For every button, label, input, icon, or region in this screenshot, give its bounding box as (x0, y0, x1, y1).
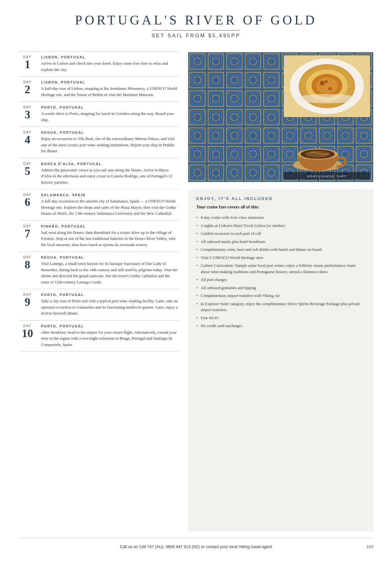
header-divider (152, 30, 240, 30)
day-label: DAY2 (19, 80, 36, 98)
day-content: Lisbon, PortugalArrive in Lisbon and che… (41, 55, 179, 73)
day-location: Porto, Portugal (41, 293, 179, 297)
day-label: DAY6 (19, 193, 36, 217)
day-label: DAY1 (19, 55, 36, 73)
day-number: 1 (19, 59, 36, 70)
image-area: PORTUGUESE TART (188, 51, 373, 183)
day-row: DAY4Régua, PortugalEnjoy an excursion to… (19, 127, 179, 158)
included-item: No credit card surcharges (196, 322, 365, 330)
main-title: Portugal's River of Gold (19, 13, 373, 28)
day-number: 3 (19, 109, 36, 120)
day-content: Pinhão, PortugalSail west along the Dour… (41, 224, 179, 248)
day-number: 5 (19, 165, 36, 177)
day-location: Pinhão, Portugal (41, 224, 179, 228)
included-item: Visit 5 UNESCO World Heritage sites (196, 254, 365, 262)
day-description: Enjoy an excursion to Vila Real, site of… (41, 136, 179, 154)
included-item: Complimentary wine, beer and soft drinks… (196, 245, 365, 254)
day-number: 2 (19, 84, 36, 95)
included-subtitle: Your cruise fare covers all of this: (196, 205, 365, 210)
included-item: All onboard meals plus hotel breakfasts (196, 238, 365, 246)
included-item: 2 nights at Lisbon's Hotel Tivoli Lisboa… (196, 222, 365, 230)
day-row: DAY10Porto, PortugalAfter breakfast, hea… (19, 320, 179, 352)
day-number: 8 (19, 259, 36, 270)
day-location: Lisbon, Portugal (41, 80, 179, 84)
day-description: A scenic drive to Porto, stopping for lu… (41, 110, 179, 123)
included-title: Enjoy, It's All Included (196, 196, 365, 201)
included-item: Complimentary airport transfers with Vik… (196, 292, 365, 300)
day-description: Sail west along the Douro, then disembar… (41, 229, 179, 248)
day-location: Salamanca, Spain (41, 193, 179, 197)
page-footer: Call us on 138 747 (AU), 0800 447 913 (N… (19, 538, 373, 552)
day-location: Lisbon, Portugal (41, 55, 179, 59)
svg-point-18 (328, 87, 332, 91)
day-content: Régua, PortugalEnjoy an excursion to Vil… (41, 131, 179, 154)
svg-point-16 (316, 78, 338, 94)
day-row: DAY5Barca d'Alva, PortugalAdmire the pan… (19, 158, 179, 189)
page-number: 143 (361, 544, 373, 549)
day-content: Porto, PortugalA scenic drive to Porto, … (41, 105, 179, 123)
main-content: DAY1Lisbon, PortugalArrive in Lisbon and… (19, 51, 373, 531)
day-description: After breakfast, head to the airport for… (41, 329, 179, 348)
image-svg: PORTUGUESE TART (188, 51, 373, 183)
included-item: Guided excursion in each port of call (196, 229, 365, 238)
included-item: In Explorer Suite category, enjoy the co… (196, 300, 365, 314)
day-label: DAY4 (19, 131, 36, 154)
included-item: All onboard gratuities and tipping (196, 284, 365, 292)
svg-point-19 (325, 80, 328, 83)
day-content: Barca d'Alva, PortugalAdmire the panoram… (41, 162, 179, 186)
included-section: Enjoy, It's All Included Your cruise far… (188, 189, 373, 531)
day-number: 9 (19, 296, 36, 308)
page-header: Portugal's River of Gold Set Sail from $… (19, 13, 373, 39)
svg-point-21 (296, 94, 358, 103)
day-number: 7 (19, 228, 36, 239)
included-list: 8-day cruise with river view stateroom2 … (196, 213, 365, 330)
included-item: All port charges (196, 276, 365, 284)
day-description: Admire the panoramic views as you sail e… (41, 167, 179, 186)
right-column: PORTUGUESE TART Enjoy, It's All Included… (188, 51, 373, 531)
day-label: DAY9 (19, 293, 36, 316)
day-content: Salamanca, SpainA full-day excursion to … (41, 193, 179, 217)
svg-point-17 (320, 81, 325, 86)
included-item: Free Wi-Fi (196, 314, 365, 322)
day-row: DAY9Porto, PortugalTake a city tour of P… (19, 289, 179, 320)
footer-contact: Call us on 138 747 (AU), 0800 447 913 (N… (31, 544, 361, 549)
day-description: Take a city tour of Porto and visit a ty… (41, 298, 179, 316)
day-number: 6 (19, 197, 36, 208)
day-description: A full-day excursion to the ancient city… (41, 198, 179, 217)
day-label: DAY7 (19, 224, 36, 248)
day-location: Barca d'Alva, Portugal (41, 162, 179, 166)
day-content: Lisbon, PortugalA half-day tour of Lisbo… (41, 80, 179, 98)
day-location: Porto, Portugal (41, 105, 179, 109)
svg-text:PORTUGUESE TART: PORTUGUESE TART (307, 175, 347, 178)
included-item: 8-day cruise with river view stateroom (196, 213, 365, 222)
page-container: Portugal's River of Gold Set Sail from $… (0, 0, 392, 571)
day-number: 4 (19, 134, 36, 145)
day-description: Arrive in Lisbon and check into your hot… (41, 60, 179, 73)
day-label: DAY3 (19, 105, 36, 123)
day-location: Régua, Portugal (41, 131, 179, 134)
day-content: Régua, PortugalVisit Lamego, a small tow… (41, 256, 179, 285)
day-content: Porto, PortugalAfter breakfast, head to … (41, 324, 179, 348)
day-content: Porto, PortugalTake a city tour of Porto… (41, 293, 179, 316)
subtitle: Set Sail from $5,495pp (19, 33, 373, 39)
day-label: DAY8 (19, 256, 36, 285)
itinerary-column: DAY1Lisbon, PortugalArrive in Lisbon and… (19, 51, 179, 531)
day-row: DAY3Porto, PortugalA scenic drive to Por… (19, 101, 179, 127)
day-label: DAY10 (19, 324, 36, 348)
day-row: DAY2Lisbon, PortugalA half-day tour of L… (19, 76, 179, 101)
day-location: Régua, Portugal (41, 256, 179, 259)
included-item: Culture Curriculum: Sample some local po… (196, 261, 365, 276)
day-number: 10 (19, 328, 36, 339)
day-description: A half-day tour of Lisbon, stopping at t… (41, 85, 179, 98)
day-row: DAY1Lisbon, PortugalArrive in Lisbon and… (19, 51, 179, 76)
day-label: DAY5 (19, 162, 36, 186)
day-description: Visit Lamego, a small town known for its… (41, 261, 179, 285)
day-row: DAY6Salamanca, SpainA full-day excursion… (19, 189, 179, 220)
day-location: Porto, Portugal (41, 324, 179, 328)
day-row: DAY7Pinhão, PortugalSail west along the … (19, 220, 179, 252)
day-row: DAY8Régua, PortugalVisit Lamego, a small… (19, 251, 179, 289)
